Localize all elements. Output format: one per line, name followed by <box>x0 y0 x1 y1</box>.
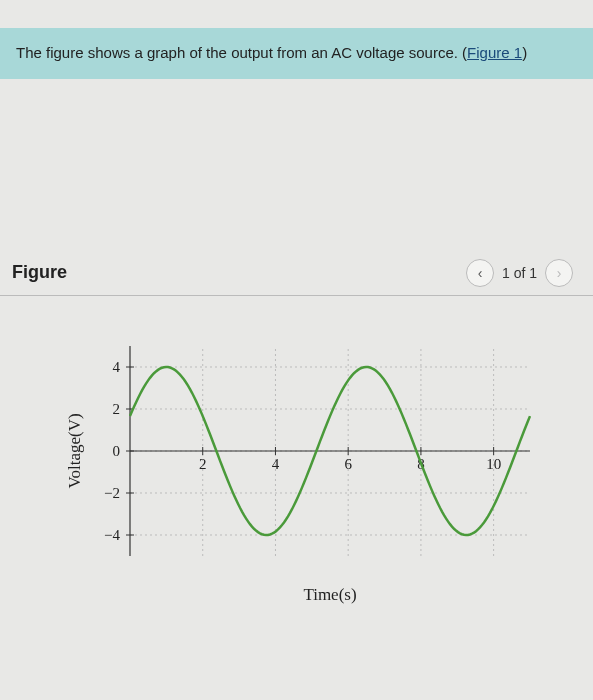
question-text-after: ) <box>522 44 527 61</box>
svg-text:10: 10 <box>486 456 501 472</box>
svg-text:−2: −2 <box>104 485 120 501</box>
svg-text:−4: −4 <box>104 527 120 543</box>
svg-text:4: 4 <box>272 456 280 472</box>
figure-link[interactable]: Figure 1 <box>467 44 522 61</box>
next-button[interactable]: › <box>545 259 573 287</box>
figure-header: Figure ‹ 1 of 1 › <box>0 259 593 296</box>
figure-title: Figure <box>12 262 67 283</box>
figure-pager: ‹ 1 of 1 › <box>466 259 573 287</box>
svg-text:Time(s): Time(s) <box>303 585 356 604</box>
svg-text:0: 0 <box>113 443 121 459</box>
svg-text:2: 2 <box>113 401 121 417</box>
chart-svg: 246810−4−2024Time(s)Voltage(V) <box>60 326 540 606</box>
question-banner: The figure shows a graph of the output f… <box>0 28 593 79</box>
svg-text:6: 6 <box>344 456 352 472</box>
svg-text:4: 4 <box>113 359 121 375</box>
svg-text:2: 2 <box>199 456 207 472</box>
chart: 246810−4−2024Time(s)Voltage(V) <box>0 326 593 606</box>
figure-section: Figure ‹ 1 of 1 › 246810−4−2024Time(s)Vo… <box>0 259 593 606</box>
prev-button[interactable]: ‹ <box>466 259 494 287</box>
question-text: The figure shows a graph of the output f… <box>16 44 467 61</box>
pager-text: 1 of 1 <box>502 265 537 281</box>
svg-text:Voltage(V): Voltage(V) <box>65 413 84 488</box>
